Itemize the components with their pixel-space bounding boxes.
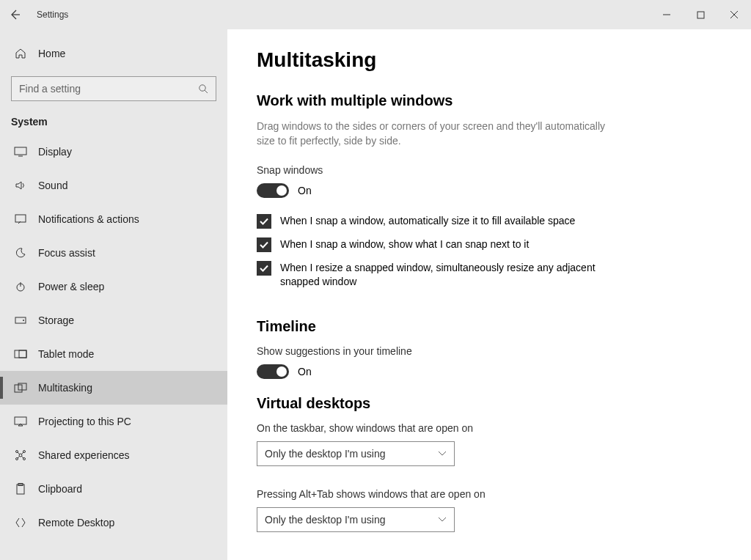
projecting-icon [13,416,28,427]
vd-alttab-select[interactable]: Only the desktop I'm using [257,507,455,532]
sidebar-home[interactable]: Home [0,37,227,70]
sidebar-item-label: Display [38,146,72,158]
sidebar: Home System Display [0,29,227,560]
close-button[interactable] [717,0,751,29]
sidebar-item-clipboard[interactable]: Clipboard [0,472,227,506]
minimize-button[interactable] [650,0,684,29]
vd-alttab-label: Pressing Alt+Tab shows windows that are … [257,488,722,500]
svg-rect-7 [15,350,26,358]
section-description: Drag windows to the sides or corners of … [257,119,609,148]
sidebar-item-label: Projecting to this PC [38,416,131,427]
window-controls [650,0,751,29]
checkbox-resize-adjacent[interactable] [257,261,271,276]
chevron-down-icon [438,451,447,457]
svg-rect-8 [19,350,26,358]
power-icon [13,281,28,292]
sidebar-item-notifications[interactable]: Notifications & actions [0,202,227,236]
display-icon [13,147,28,157]
vd-alttab-value: Only the desktop I'm using [265,514,386,526]
sidebar-item-shared-experiences[interactable]: Shared experiences [0,438,227,472]
sidebar-item-projecting[interactable]: Projecting to this PC [0,405,227,438]
settings-window: Settings Home [0,0,751,560]
sidebar-item-label: Notifications & actions [38,213,139,225]
timeline-suggestions-label: Show suggestions in your timeline [257,345,722,357]
nav-list: Display Sound Notifications & actions [0,135,227,539]
timeline-suggestions-state: On [298,366,312,377]
titlebar: Settings [0,0,751,29]
search-icon [198,84,208,94]
svg-point-1 [199,85,205,91]
sidebar-item-label: Remote Desktop [38,517,114,528]
sidebar-item-label: Focus assist [38,247,95,259]
remote-desktop-icon [13,517,28,528]
svg-rect-3 [15,215,26,222]
back-button[interactable] [0,0,29,29]
sidebar-home-label: Home [38,48,65,59]
home-icon [13,48,28,59]
search-input-container[interactable] [11,76,216,101]
sidebar-item-display[interactable]: Display [0,135,227,169]
notifications-icon [13,214,28,224]
app-title: Settings [37,10,68,20]
sidebar-item-power-sleep[interactable]: Power & sleep [0,270,227,303]
svg-rect-0 [697,12,704,18]
vd-taskbar-select[interactable]: Only the desktop I'm using [257,441,455,466]
sidebar-item-label: Tablet mode [38,348,94,360]
checkbox-show-next-label: When I snap a window, show what I can sn… [280,237,529,251]
section-heading-windows: Work with multiple windows [257,92,722,109]
vd-taskbar-label: On the taskbar, show windows that are op… [257,422,722,434]
focus-assist-icon [13,247,28,259]
sidebar-item-label: Multitasking [38,382,92,394]
section-heading-timeline: Timeline [257,318,722,335]
svg-point-6 [23,320,24,321]
search-input[interactable] [19,83,198,95]
sidebar-item-storage[interactable]: Storage [0,303,227,337]
sidebar-item-label: Sound [38,180,67,191]
sidebar-item-label: Shared experiences [38,449,130,461]
page-title: Multitasking [257,48,722,72]
timeline-suggestions-toggle[interactable] [257,364,289,379]
shared-icon [13,449,28,461]
snap-windows-state: On [298,185,312,196]
clipboard-icon [13,483,28,495]
sidebar-item-label: Power & sleep [38,281,104,292]
checkbox-show-next[interactable] [257,237,271,252]
sound-icon [13,180,28,191]
storage-icon [13,317,28,324]
maximize-button[interactable] [684,0,717,29]
sidebar-item-remote-desktop[interactable]: Remote Desktop [0,506,227,539]
section-heading-virtual-desktops: Virtual desktops [257,395,722,412]
sidebar-category: System [0,106,227,135]
multitasking-icon [13,383,28,393]
checkbox-auto-size-label: When I snap a window, automatically size… [280,214,575,228]
svg-rect-2 [15,147,26,155]
checkbox-auto-size[interactable] [257,214,271,229]
snap-windows-toggle[interactable] [257,183,289,198]
sidebar-item-tablet-mode[interactable]: Tablet mode [0,337,227,371]
main-content: Multitasking Work with multiple windows … [227,29,751,560]
checkbox-resize-adjacent-label: When I resize a snapped window, simultan… [280,261,609,289]
snap-windows-label: Snap windows [257,164,722,176]
sidebar-item-label: Clipboard [38,483,82,495]
chevron-down-icon [438,517,447,523]
sidebar-item-label: Storage [38,314,74,326]
vd-taskbar-value: Only the desktop I'm using [265,448,386,460]
sidebar-item-sound[interactable]: Sound [0,169,227,202]
sidebar-item-focus-assist[interactable]: Focus assist [0,236,227,270]
tablet-icon [13,350,28,358]
sidebar-item-multitasking[interactable]: Multitasking [0,371,227,405]
